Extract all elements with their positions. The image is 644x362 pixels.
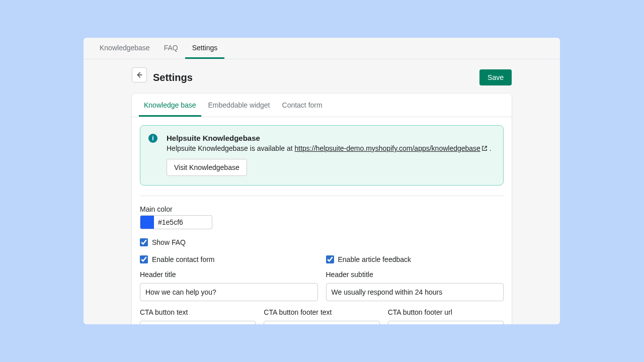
banner-text-prefix: Helpsuite Knowledgebase is available at [167, 144, 295, 152]
info-banner: i Helpsuite Knowledgebase Helpsuite Know… [140, 125, 504, 186]
divider [140, 196, 504, 196]
cta-text-label: CTA button text [140, 308, 256, 316]
settings-tabs: Knowledge base Embeddable widget Contact… [132, 94, 512, 117]
header-subtitle-label: Header subtitle [326, 270, 504, 279]
save-button[interactable]: Save [479, 69, 512, 85]
cta-text-input[interactable] [140, 321, 256, 324]
enable-contact-checkbox[interactable] [140, 255, 148, 263]
enable-feedback-checkbox[interactable] [326, 255, 334, 263]
tab-embeddable-widget[interactable]: Embeddable widget [203, 94, 275, 117]
color-picker [140, 215, 504, 229]
settings-card: Knowledge base Embeddable widget Contact… [132, 94, 512, 324]
page-header: Settings Save [84, 59, 560, 85]
nav-tab-settings[interactable]: Settings [185, 38, 225, 59]
cta-footer-text-input[interactable] [264, 321, 379, 324]
cta-footer-text-label: CTA button footer text [264, 308, 379, 316]
banner-link[interactable]: https://helpsuite-demo.myshopify.com/app… [295, 144, 488, 152]
header-subtitle-input[interactable] [326, 283, 504, 301]
show-faq-label: Show FAQ [152, 238, 186, 246]
enable-feedback-label: Enable article feedback [338, 255, 412, 263]
header-title-label: Header title [140, 270, 318, 279]
main-color-input[interactable] [154, 215, 212, 229]
banner-text: Helpsuite Knowledgebase is available at … [167, 144, 495, 153]
main-color-label: Main color [140, 205, 504, 213]
top-nav: Knowledgebase FAQ Settings [84, 38, 560, 59]
info-icon: i [148, 134, 157, 143]
color-swatch[interactable] [140, 215, 154, 229]
nav-tab-knowledgebase[interactable]: Knowledgebase [93, 38, 157, 59]
visit-knowledgebase-button[interactable]: Visit Knowledgebase [167, 159, 247, 176]
cta-footer-url-label: CTA button footer url [388, 308, 504, 316]
nav-tab-faq[interactable]: FAQ [157, 38, 185, 59]
arrow-left-icon [135, 70, 144, 79]
show-faq-checkbox[interactable] [140, 238, 148, 246]
tab-contact-form[interactable]: Contact form [277, 94, 328, 117]
app-window: Knowledgebase FAQ Settings Settings Save… [84, 38, 560, 324]
enable-contact-label: Enable contact form [152, 255, 215, 263]
tab-knowledge-base[interactable]: Knowledge base [139, 94, 201, 117]
header-title-input[interactable] [140, 283, 318, 301]
banner-text-suffix: . [488, 144, 492, 152]
external-link-icon [481, 145, 488, 153]
back-button[interactable] [132, 67, 147, 82]
form-section: Main color Show FAQ Enable contact form [132, 194, 512, 324]
page-title: Settings [153, 72, 193, 83]
banner-title: Helpsuite Knowledgebase [167, 134, 495, 142]
cta-footer-url-input[interactable] [388, 321, 504, 324]
